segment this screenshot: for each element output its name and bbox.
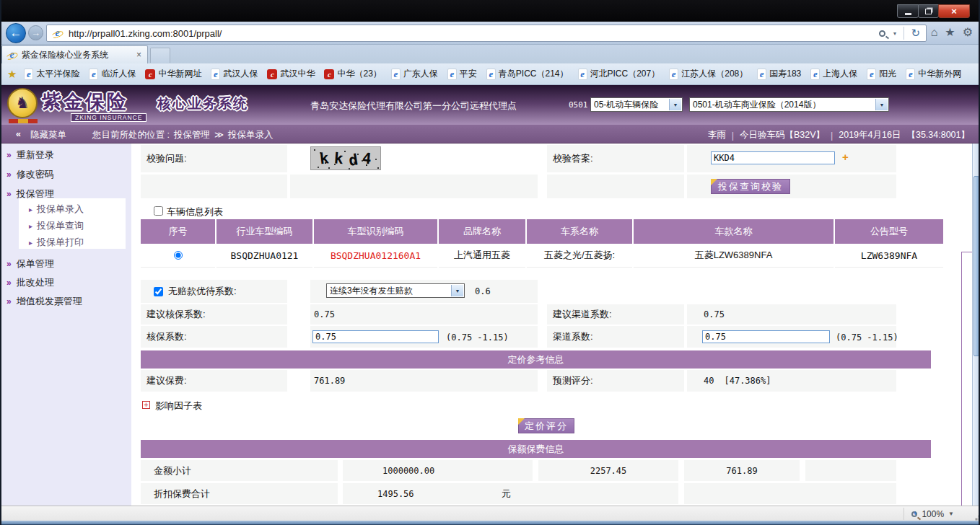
chevron-down-icon[interactable]: ▼ bbox=[892, 31, 897, 36]
policy-query-verify-button[interactable]: 投保查询校验 bbox=[711, 179, 790, 194]
vehicle-row-radio[interactable] bbox=[174, 251, 183, 260]
favorite-item[interactable]: e临沂人保 bbox=[89, 68, 136, 80]
uw-coefficient-input[interactable] bbox=[312, 330, 439, 343]
favorite-item[interactable]: c中华新网址 bbox=[145, 68, 201, 80]
button-label: 定价评分 bbox=[525, 420, 568, 433]
favorite-label: 河北PICC（207） bbox=[590, 68, 660, 80]
ncd-checkbox[interactable] bbox=[154, 287, 163, 296]
sidebar-subitem-query[interactable]: ▸投保单查询 bbox=[0, 218, 131, 234]
sidebar-subitem-label: 投保单打印 bbox=[37, 236, 84, 249]
ie-page-icon: e bbox=[24, 69, 33, 80]
table-row-select-cell bbox=[141, 244, 215, 268]
zoom-control[interactable]: 100% ▼ bbox=[904, 508, 961, 520]
settings-gear-icon[interactable]: ⚙ bbox=[963, 25, 973, 39]
channel-label: 渠道系数: bbox=[547, 330, 593, 343]
pricing-score-button[interactable]: 定价评分 bbox=[518, 418, 574, 433]
suggest-uw-label-cell: 建议核保系数: bbox=[141, 304, 287, 325]
collapse-arrow-icon[interactable]: « bbox=[16, 129, 21, 139]
ie-page-icon: e bbox=[867, 69, 876, 80]
search-icon[interactable] bbox=[879, 30, 885, 37]
home-icon[interactable]: ⌂ bbox=[931, 26, 938, 39]
factor-table-link[interactable]: 影响因子表 bbox=[155, 400, 202, 412]
captcha-letter: k bbox=[319, 149, 330, 167]
sidebar-subitem-entry[interactable]: ▸投保单录入 bbox=[0, 201, 131, 217]
captcha-question-label: 校验问题: bbox=[141, 152, 187, 165]
insurance-class-select[interactable]: 05-机动车辆保险 ▼ bbox=[590, 97, 683, 112]
favorites-icon[interactable]: ★ bbox=[945, 25, 955, 39]
refresh-icon[interactable]: ↻ bbox=[911, 27, 920, 40]
resize-grip[interactable] bbox=[972, 512, 978, 518]
ie-page-icon: e bbox=[211, 69, 220, 80]
score-value: 40 bbox=[687, 376, 714, 386]
red-c-logo-icon: c bbox=[145, 69, 155, 79]
sidebar-item-label: 修改密码 bbox=[17, 168, 54, 181]
favorite-item[interactable]: e武汉人保 bbox=[211, 68, 258, 80]
favorite-label: 中华（23） bbox=[337, 68, 381, 80]
minimize-button[interactable] bbox=[897, 4, 919, 18]
forward-button[interactable]: → bbox=[28, 25, 43, 40]
tab-close-icon[interactable]: × bbox=[135, 50, 143, 60]
captcha-question-cell: 校验问题: bbox=[141, 145, 287, 172]
address-bar-tools: ▼ ↻ bbox=[879, 27, 926, 40]
favorite-item[interactable]: e中华新外网 bbox=[906, 68, 961, 80]
tab-strip: e 紫金保险核心业务系统 × bbox=[0, 45, 980, 63]
ie-page-icon: e bbox=[391, 69, 401, 80]
suggest-premium-value: 761.89 bbox=[310, 376, 345, 386]
model-name: 五菱LZW6389NFA bbox=[634, 244, 834, 268]
favorite-item[interactable]: e江苏人保（208） bbox=[669, 68, 748, 80]
restore-icon bbox=[925, 9, 932, 14]
user-name: 李雨 bbox=[708, 129, 726, 141]
address-bar[interactable]: e http://prpall01.zking.com:8001/prpall/… bbox=[46, 25, 927, 42]
favorite-item[interactable]: c中华（23） bbox=[324, 68, 381, 80]
favorite-item[interactable]: c武汉中华 bbox=[267, 68, 315, 80]
submenu-arrow-icon: ▸ bbox=[29, 206, 32, 213]
chevron-down-icon[interactable]: ▼ bbox=[948, 511, 954, 517]
sidebar-item-change-password[interactable]: »修改密码 bbox=[0, 166, 131, 183]
model-identify-code[interactable]: BSQDZHUA012160A1 bbox=[314, 244, 437, 268]
tab-active[interactable]: e 紫金保险核心业务系统 × bbox=[1, 45, 148, 63]
favorites-bar-star-icon[interactable]: ★ bbox=[7, 68, 17, 81]
restore-button[interactable] bbox=[918, 4, 939, 18]
suggest-uw-value: 0.75 bbox=[310, 309, 335, 319]
insurance-product-select[interactable]: 0501-机动车商业保险（2014版） ▼ bbox=[689, 97, 889, 112]
sidebar-item-relogin[interactable]: »重新登录 bbox=[0, 146, 131, 164]
url-text[interactable]: http://prpall01.zking.com:8001/prpall/ bbox=[69, 28, 222, 39]
insurance-class-value: 05-机动车辆保险 bbox=[594, 99, 658, 111]
favorite-item[interactable]: e平安 bbox=[447, 68, 477, 80]
sidebar-item-endorsement[interactable]: »批改处理 bbox=[0, 274, 131, 291]
suggest-premium-value-cell: 761.89 bbox=[310, 370, 538, 392]
captcha-answer-input[interactable] bbox=[711, 151, 835, 164]
hide-menu-button[interactable]: 隐藏菜单 bbox=[30, 129, 66, 141]
favorite-label: 广东人保 bbox=[403, 68, 438, 80]
collapsed-side-panel[interactable] bbox=[961, 252, 972, 506]
sidebar-item-vat-invoice[interactable]: »增值税发票管理 bbox=[0, 293, 131, 310]
brand-name: 上汽通用五菱 bbox=[439, 244, 525, 268]
captcha-image: k k d 4 bbox=[310, 146, 381, 170]
ncd-select[interactable]: 连续3年没有发生赔款 ▼ bbox=[326, 283, 465, 298]
new-tab-button[interactable] bbox=[150, 48, 170, 63]
vehicle-list-checkbox[interactable] bbox=[154, 206, 163, 216]
channel-coefficient-input[interactable] bbox=[702, 330, 830, 343]
zoom-magnifier-icon bbox=[911, 511, 917, 517]
favorite-item[interactable]: e广东人保 bbox=[391, 68, 438, 80]
column-header: 车型识别编码 bbox=[314, 219, 437, 244]
expand-plus-icon[interactable]: + bbox=[142, 401, 150, 409]
sidebar-item-policy-mgmt[interactable]: »保单管理 bbox=[0, 255, 131, 273]
sidebar-subitem-print[interactable]: ▸投保单打印 bbox=[0, 234, 131, 250]
zoom-level: 100% bbox=[922, 509, 944, 519]
column-header: 序号 bbox=[141, 219, 215, 244]
favorite-item[interactable]: e阳光 bbox=[867, 68, 896, 80]
close-button[interactable]: × bbox=[938, 4, 970, 18]
suggest-premium-label: 建议保费: bbox=[141, 374, 187, 387]
back-button[interactable]: ← bbox=[6, 23, 26, 43]
uw-label: 核保系数: bbox=[141, 330, 187, 343]
favorite-item[interactable]: e上海人保 bbox=[810, 68, 857, 80]
favorite-item[interactable]: e河北PICC（207） bbox=[578, 68, 660, 80]
favorite-item[interactable]: e太平洋保险 bbox=[24, 68, 79, 80]
favorite-item[interactable]: e青岛PICC（214） bbox=[486, 68, 569, 80]
navigation-bar: ← → e http://prpall01.zking.com:8001/prp… bbox=[0, 22, 980, 45]
sidebar-item-label: 保单管理 bbox=[17, 257, 54, 270]
submenu-arrow-icon: ▸ bbox=[29, 222, 32, 230]
favorite-item[interactable]: e国寿183 bbox=[757, 68, 801, 80]
empty-cell bbox=[141, 175, 287, 198]
